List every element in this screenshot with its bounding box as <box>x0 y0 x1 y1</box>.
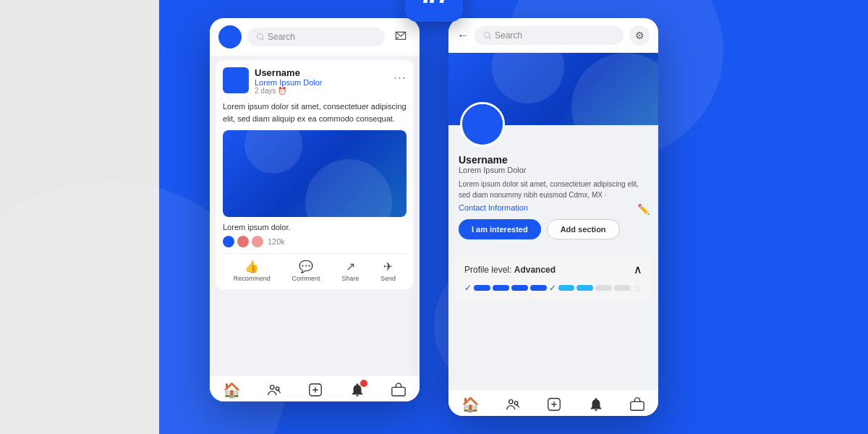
segment-2 <box>493 285 509 291</box>
reaction-red <box>237 236 249 247</box>
right-top-bar: ← Search ⚙ <box>448 18 658 53</box>
comment-button[interactable]: 💬 Comment <box>292 260 320 282</box>
segment-7 <box>595 285 612 291</box>
profile-bio: Lorem ipsum dolor sit amet, consectetuer… <box>459 179 648 200</box>
progress-bar: ✓ ✓ ☆ <box>464 282 642 294</box>
recommend-icon: 👍 <box>244 260 259 273</box>
post-subtitle: Lorem Ipsum Dolor <box>255 78 323 87</box>
action-buttons: 👍 Recommend 💬 Comment ↗ Share ✈ Send <box>223 253 407 282</box>
send-icon: ✈ <box>383 260 393 273</box>
search-placeholder-right: Search <box>495 30 522 41</box>
recommend-label: Recommend <box>234 275 271 282</box>
nav-add-left[interactable] <box>307 382 323 398</box>
segment-1 <box>474 285 490 291</box>
check-icon-1: ✓ <box>464 283 472 293</box>
reaction-blue <box>223 236 234 247</box>
post-blob-1 <box>305 159 392 217</box>
banner-blob-2 <box>492 53 564 103</box>
profile-title: Lorem Ipsum Dolor <box>459 166 648 174</box>
back-button[interactable]: ← <box>457 29 469 42</box>
star-icon: ☆ <box>633 282 642 294</box>
profile-username: Username <box>459 154 648 166</box>
comment-icon: 💬 <box>299 260 313 273</box>
share-button[interactable]: ↗ Share <box>341 260 359 282</box>
search-icon-right <box>483 31 492 40</box>
linkedin-logo: in <box>405 0 463 22</box>
nav-home-left[interactable]: 🏠 <box>223 381 241 399</box>
profile-avatar-inner <box>462 104 503 145</box>
profile-avatar <box>460 102 505 147</box>
profile-level-label: Profile level: Advanced <box>464 265 556 275</box>
avatar[interactable] <box>218 25 242 48</box>
share-icon: ↗ <box>346 260 355 273</box>
post-time: 2 days ⏰ <box>255 87 323 95</box>
post-user-info: Username Lorem Ipsum Dolor 2 days ⏰ <box>223 67 323 95</box>
check-icon-2: ✓ <box>549 283 556 293</box>
svg-point-2 <box>271 386 275 390</box>
svg-rect-15 <box>631 401 644 410</box>
profile-actions: I am interested Add section <box>459 219 648 239</box>
send-button[interactable]: ✈ Send <box>380 260 396 282</box>
search-icon-left <box>256 33 265 41</box>
post-image <box>223 130 407 217</box>
segment-5 <box>558 285 575 291</box>
svg-rect-7 <box>392 387 405 396</box>
segment-4 <box>530 285 547 291</box>
profile-level-value: Advanced <box>514 265 556 275</box>
settings-icon[interactable]: ⚙ <box>629 25 650 46</box>
reactions-row: 120k <box>223 236 407 247</box>
nav-network-left[interactable] <box>266 382 282 398</box>
send-label: Send <box>380 275 396 282</box>
nav-add-right[interactable] <box>546 396 562 412</box>
nav-jobs-right[interactable] <box>629 396 645 412</box>
profile-level-section: Profile level: Advanced ∧ ✓ ✓ ☆ <box>454 255 652 301</box>
post-username: Username <box>255 67 323 78</box>
profile-level-header: Profile level: Advanced ∧ <box>464 263 642 276</box>
left-bottom-nav: 🏠 <box>210 375 420 401</box>
nav-network-right[interactable] <box>505 396 521 412</box>
svg-point-11 <box>514 401 518 405</box>
right-bottom-nav: 🏠 <box>448 389 658 416</box>
add-section-button[interactable]: Add section <box>547 219 620 239</box>
post-menu[interactable]: ... <box>393 67 407 82</box>
recommend-button[interactable]: 👍 Recommend <box>234 260 271 282</box>
nav-home-right[interactable]: 🏠 <box>461 396 480 413</box>
segment-8 <box>614 285 631 291</box>
contact-link[interactable]: Contact Information <box>459 203 648 212</box>
search-placeholder-left: Search <box>268 32 295 42</box>
reaction-count: 120k <box>268 237 285 246</box>
segment-3 <box>511 285 528 291</box>
post-card: Username Lorem Ipsum Dolor 2 days ⏰ ... … <box>216 60 414 289</box>
right-phone: ← Search ⚙ ✏️ Username Lorem <box>448 18 658 416</box>
svg-point-3 <box>276 387 279 391</box>
nav-notifications-left[interactable] <box>349 382 365 398</box>
search-bar-left[interactable]: Search <box>247 27 385 46</box>
post-blob-2 <box>244 130 302 174</box>
left-top-bar: Search <box>210 18 420 56</box>
svg-line-1 <box>262 38 263 40</box>
linkedin-logo-text: in <box>422 0 446 9</box>
left-phone: Search Username Lorem Ipsum Dolor <box>210 18 420 401</box>
comment-label: Comment <box>292 275 320 282</box>
collapse-icon[interactable]: ∧ <box>634 263 642 276</box>
post-avatar <box>223 67 249 93</box>
post-header: Username Lorem Ipsum Dolor 2 days ⏰ ... <box>223 67 407 95</box>
nav-jobs-left[interactable] <box>391 382 407 398</box>
edit-icon[interactable]: ✏️ <box>637 203 650 215</box>
share-label: Share <box>341 275 359 282</box>
main-container: Search Username Lorem Ipsum Dolor <box>0 0 868 434</box>
post-user-details: Username Lorem Ipsum Dolor 2 days ⏰ <box>255 67 323 95</box>
segment-6 <box>576 285 593 291</box>
svg-point-10 <box>509 400 514 404</box>
reaction-pink <box>252 236 263 247</box>
post-caption: Lorem ipsum dolor. <box>223 223 407 231</box>
message-icon[interactable] <box>391 27 411 47</box>
notification-badge <box>360 380 367 387</box>
post-body: Lorem ipsum dolor sit amet, consectetuer… <box>223 101 407 124</box>
svg-line-9 <box>489 37 490 38</box>
interested-button[interactable]: I am interested <box>459 219 541 239</box>
banner-blob-1 <box>571 53 658 125</box>
search-bar-right[interactable]: Search <box>475 26 624 45</box>
nav-notifications-right[interactable] <box>588 396 604 412</box>
